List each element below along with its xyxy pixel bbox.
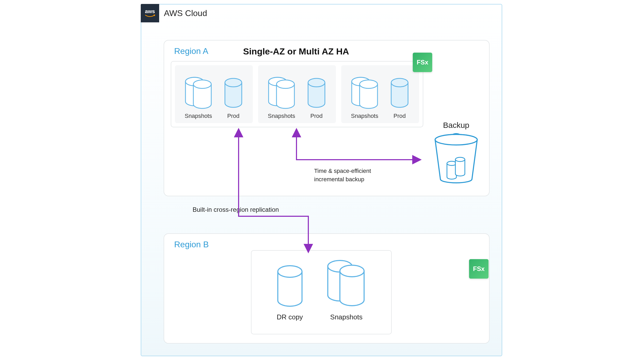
backup-note-line1: Time & space-efficient bbox=[314, 167, 398, 175]
dr-copy-cylinder-icon bbox=[274, 264, 306, 308]
prod-label: Prod bbox=[394, 113, 406, 119]
aws-cloud-header: aws AWS Cloud bbox=[141, 4, 207, 22]
fsx-badge-icon: FSx bbox=[469, 259, 489, 279]
svg-point-2 bbox=[193, 80, 211, 88]
fsx-badge-icon: FSx bbox=[413, 53, 432, 72]
ha-deployment-box: Snapshots Prod bbox=[171, 61, 423, 127]
region-a-label: Region A bbox=[174, 46, 208, 56]
snapshots-item: Snapshots bbox=[184, 76, 213, 119]
snapshots-item: Snapshots bbox=[350, 76, 379, 119]
svg-point-3 bbox=[225, 78, 242, 87]
prod-label: Prod bbox=[310, 113, 323, 119]
snapshots-label: Snapshots bbox=[185, 113, 212, 119]
backup-block: Backup bbox=[429, 121, 484, 185]
aws-logo-icon: aws bbox=[141, 4, 159, 22]
dr-copy-label: DR copy bbox=[277, 313, 303, 321]
replication-note: Built-in cross-region replication bbox=[193, 206, 279, 213]
svg-point-15 bbox=[455, 157, 465, 162]
prod-item: Prod bbox=[223, 76, 244, 119]
svg-point-6 bbox=[276, 80, 294, 88]
snapshots-cylinders-icon bbox=[184, 76, 213, 110]
snapshots-cylinders-icon bbox=[350, 76, 379, 110]
region-b-box: Region B DR copy bbox=[164, 233, 490, 344]
aws-cloud-title: AWS Cloud bbox=[164, 8, 207, 18]
svg-point-13 bbox=[435, 134, 477, 145]
svg-point-11 bbox=[391, 78, 408, 87]
prod-cylinder-icon bbox=[223, 76, 244, 110]
region-b-label: Region B bbox=[174, 240, 209, 249]
svg-point-16 bbox=[278, 266, 302, 277]
ha-title: Single-AZ or Multi AZ HA bbox=[243, 46, 349, 57]
snapshots-cylinders-icon bbox=[267, 76, 296, 110]
snapshots-label: Snapshots bbox=[351, 113, 378, 119]
prod-cylinder-icon bbox=[389, 76, 410, 110]
aws-smile-icon bbox=[145, 14, 155, 18]
svg-point-7 bbox=[308, 78, 325, 87]
dr-copy-item: DR copy bbox=[274, 264, 306, 321]
prod-item: Prod bbox=[389, 76, 410, 119]
prod-cylinder-icon bbox=[306, 76, 327, 110]
aws-badge-text: aws bbox=[145, 9, 155, 14]
aws-cloud-box: aws AWS Cloud Region A Single-AZ or Mult… bbox=[141, 4, 502, 356]
volume-group: Snapshots Prod bbox=[258, 65, 336, 123]
snapshots-item: Snapshots bbox=[267, 76, 296, 119]
dr-snapshots-item: Snapshots bbox=[324, 258, 369, 321]
fsx-badge-text: FSx bbox=[473, 265, 485, 273]
backup-bucket-icon bbox=[431, 132, 481, 184]
prod-item: Prod bbox=[306, 76, 327, 119]
snapshots-label: Snapshots bbox=[268, 113, 295, 119]
region-a-box: Region A Single-AZ or Multi AZ HA bbox=[164, 40, 490, 196]
dr-snapshots-cylinders-icon bbox=[324, 258, 369, 308]
diagram-canvas: aws AWS Cloud Region A Single-AZ or Mult… bbox=[0, 0, 644, 362]
fsx-badge-text: FSx bbox=[417, 59, 428, 66]
backup-note: Time & space-efficient incremental backu… bbox=[314, 167, 398, 184]
backup-note-line2: incremental backup bbox=[314, 175, 398, 184]
dr-snapshots-label: Snapshots bbox=[330, 313, 363, 321]
volume-group: Snapshots Prod bbox=[175, 65, 253, 123]
backup-label: Backup bbox=[429, 121, 484, 130]
dr-box: DR copy Snapshots bbox=[251, 250, 392, 334]
volume-group: Snapshots Prod bbox=[341, 65, 419, 123]
svg-point-10 bbox=[360, 80, 378, 88]
prod-label: Prod bbox=[227, 113, 239, 119]
svg-point-18 bbox=[340, 265, 364, 277]
